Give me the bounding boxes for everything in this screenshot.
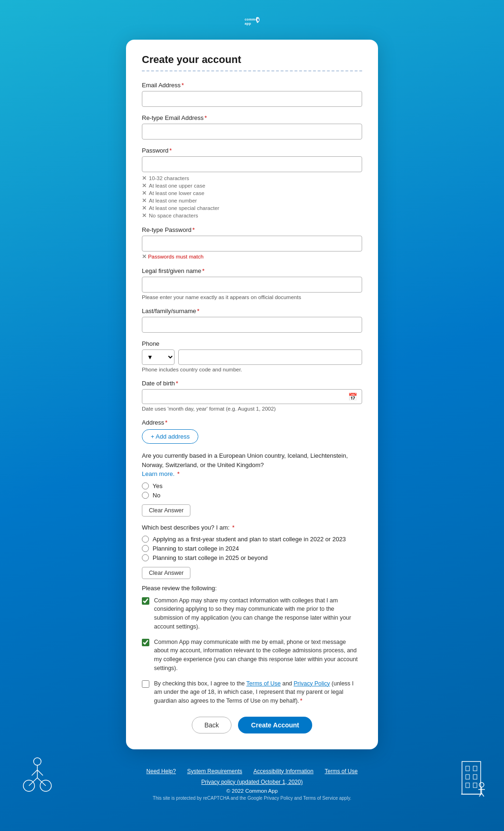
email-label: Email Address*: [142, 82, 362, 89]
privacy-policy-link[interactable]: Privacy Policy: [294, 680, 330, 687]
footer-illustration-left: [19, 752, 56, 801]
password-field-group: Password* ✕10-32 characters ✕At least on…: [142, 147, 362, 219]
dob-date-row: 📅: [142, 389, 362, 404]
checkbox-1-input[interactable]: [142, 597, 149, 605]
checkbox-group: Common App may share my contact informat…: [142, 596, 362, 705]
back-button[interactable]: Back: [192, 717, 231, 733]
describes-option-3[interactable]: Planning to start college in 2025 or bey…: [142, 554, 362, 561]
describes-radio-group: Applying as a first-year student and pla…: [142, 536, 362, 561]
rule-2-icon: ✕: [142, 182, 147, 189]
phone-row: ▼ +1 +44 +49: [142, 349, 362, 365]
eu-clear-button[interactable]: Clear Answer: [142, 504, 190, 517]
describes-radio-1[interactable]: [142, 536, 149, 543]
dob-input[interactable]: [142, 389, 362, 404]
password-label: Password*: [142, 147, 362, 154]
email-required: *: [182, 82, 184, 89]
svg-line-8: [29, 778, 37, 786]
eu-radio-group: Yes No: [142, 482, 362, 499]
checkbox-2-label: Common App may communicate with me by em…: [154, 638, 362, 673]
email-input[interactable]: [142, 91, 362, 107]
rule-2: ✕At least one upper case: [142, 182, 362, 189]
match-error-icon: ✕: [142, 253, 147, 260]
svg-text:app: app: [245, 21, 251, 26]
footer-link-system[interactable]: System Requirements: [187, 768, 242, 775]
add-address-button[interactable]: + Add address: [142, 429, 198, 444]
svg-rect-11: [466, 766, 469, 771]
create-account-button[interactable]: Create Account: [238, 717, 312, 733]
svg-rect-16: [473, 783, 477, 788]
describes-radio-3[interactable]: [142, 554, 149, 561]
retype-password-input[interactable]: [142, 236, 362, 251]
checkbox-3-input[interactable]: [142, 680, 149, 688]
checkbox-2-item: Common App may communicate with me by em…: [142, 638, 362, 673]
checkbox-3-label: By checking this box, I agree to the Ter…: [154, 679, 362, 705]
first-name-label: Legal first/given name*: [142, 267, 362, 274]
terms-of-use-link[interactable]: Terms of Use: [246, 680, 281, 687]
rule-3-icon: ✕: [142, 190, 147, 196]
phone-country-select[interactable]: ▼ +1 +44 +49: [142, 349, 175, 365]
footer-illustration-right: [457, 752, 485, 801]
retype-password-label: Re-type Password*: [142, 226, 362, 233]
page-title: Create your account: [142, 54, 362, 71]
button-row: Back Create Account: [142, 717, 362, 733]
checkbox-2-input[interactable]: [142, 639, 149, 646]
describes-clear-button[interactable]: Clear Answer: [142, 567, 190, 579]
rule-5-icon: ✕: [142, 205, 147, 211]
retype-email-input[interactable]: [142, 124, 362, 140]
review-section: Please review the following: Common App …: [142, 585, 362, 705]
review-label: Please review the following:: [142, 585, 362, 592]
phone-label: Phone: [142, 340, 362, 347]
eu-yes-radio[interactable]: [142, 482, 149, 489]
rule-4-icon: ✕: [142, 197, 147, 204]
footer-link-accessibility[interactable]: Accessibility Information: [253, 768, 314, 775]
footer-copyright: © 2022 Common App: [0, 788, 504, 794]
dob-hint: Date uses 'month day, year' format (e.g.…: [142, 406, 362, 412]
phone-field-group: Phone ▼ +1 +44 +49 Phone includes countr…: [142, 340, 362, 372]
last-name-input[interactable]: [142, 317, 362, 333]
footer-link-help[interactable]: Need Help?: [147, 768, 176, 775]
footer-link-terms[interactable]: Terms of Use: [325, 768, 358, 775]
svg-line-9: [37, 778, 46, 786]
eu-question-text: Are you currently based in a European Un…: [142, 451, 362, 479]
last-name-label: Last/family/surname*: [142, 307, 362, 314]
learn-more-link[interactable]: Learn more.: [142, 470, 175, 477]
logo-area: common app: [244, 13, 260, 31]
svg-line-5: [37, 770, 43, 775]
footer-recaptcha: This site is protected by reCAPTCHA and …: [0, 796, 504, 801]
logo: common app: [244, 13, 260, 31]
rule-4: ✕At least one number: [142, 197, 362, 204]
first-name-input[interactable]: [142, 277, 362, 293]
describes-field-group: Which best describes you? I am: * Applyi…: [142, 524, 362, 579]
footer-links: Need Help? System Requirements Accessibi…: [0, 768, 504, 775]
describes-radio-2[interactable]: [142, 545, 149, 552]
address-label: Address*: [142, 419, 362, 426]
password-match-error: ✕ Passwords must match: [142, 253, 362, 260]
password-input[interactable]: [142, 156, 362, 172]
eu-no-option[interactable]: No: [142, 492, 362, 499]
email-field-group: Email Address*: [142, 82, 362, 107]
address-field-group: Address* + Add address: [142, 419, 362, 444]
phone-number-input[interactable]: [178, 349, 362, 365]
footer-privacy-link[interactable]: Privacy policy (updated October 1, 2020): [201, 779, 302, 785]
first-name-hint: Please enter your name exactly as it app…: [142, 294, 362, 300]
password-rules-list: ✕10-32 characters ✕At least one upper ca…: [142, 175, 362, 219]
rule-3: ✕At least one lower case: [142, 190, 362, 196]
checkbox-1-label: Common App may share my contact informat…: [154, 596, 362, 631]
checkbox-1-item: Common App may share my contact informat…: [142, 596, 362, 631]
rule-6: ✕No space characters: [142, 212, 362, 219]
retype-password-field-group: Re-type Password* ✕ Passwords must match: [142, 226, 362, 260]
svg-line-22: [482, 793, 484, 796]
checkbox-3-item: By checking this box, I agree to the Ter…: [142, 679, 362, 705]
form-card: Create your account Email Address* Re-ty…: [126, 40, 378, 749]
eu-yes-option[interactable]: Yes: [142, 482, 362, 489]
first-name-field-group: Legal first/given name* Please enter you…: [142, 267, 362, 300]
describes-option-2[interactable]: Planning to start college in 2024: [142, 545, 362, 552]
eu-question-group: Are you currently based in a European Un…: [142, 451, 362, 517]
describes-option-1[interactable]: Applying as a first-year student and pla…: [142, 536, 362, 543]
logo-text: common app: [244, 13, 260, 31]
eu-no-radio[interactable]: [142, 492, 149, 499]
rule-5: ✕At least one special character: [142, 205, 362, 211]
svg-rect-14: [473, 775, 477, 779]
rule-1: ✕10-32 characters: [142, 175, 362, 182]
rule-6-icon: ✕: [142, 212, 147, 219]
